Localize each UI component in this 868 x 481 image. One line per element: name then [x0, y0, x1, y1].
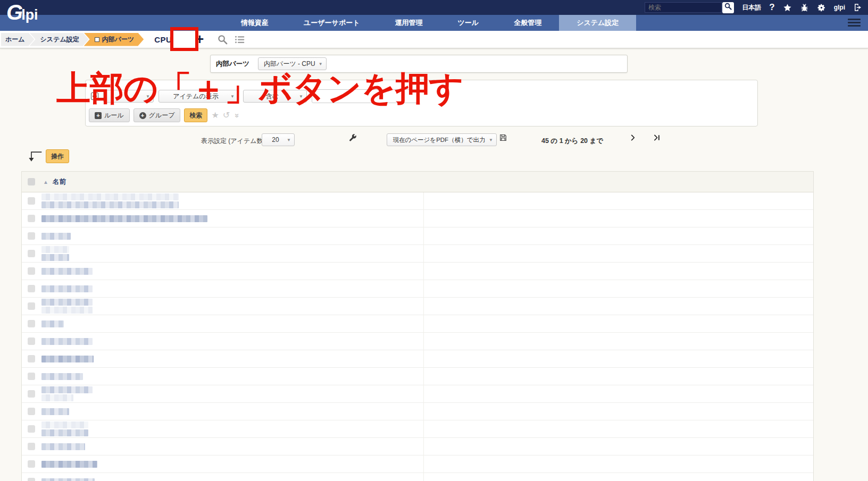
table-row — [22, 403, 813, 420]
chevron-down-icon: ▼ — [489, 138, 493, 142]
breadcrumb-item[interactable]: システム設定 — [30, 33, 89, 46]
bug-report-icon[interactable] — [800, 3, 809, 12]
chevron-down-icon: ▼ — [299, 94, 303, 99]
column-header-name[interactable]: 名前 — [53, 178, 66, 187]
nav-item[interactable]: 運用管理 — [378, 15, 440, 31]
collapse-criteria-icon[interactable] — [91, 92, 98, 100]
search-form-panel: ▼ アイテムの表示 ▼ 含む ▼ + ルール + グループ 検索 ★ ↺ « — [85, 80, 758, 126]
type-selector-label: 内部パーツ — [216, 60, 249, 69]
row-checkbox[interactable] — [28, 460, 35, 468]
nav-item[interactable]: 全般管理 — [496, 15, 559, 31]
search-submit-button[interactable]: 検索 — [184, 108, 207, 122]
collapse-chevrons-icon[interactable]: « — [231, 113, 240, 117]
row-checkbox[interactable] — [28, 390, 35, 398]
save-export-icon[interactable] — [499, 133, 507, 144]
blurred-text — [41, 478, 95, 481]
criteria-value-input[interactable] — [312, 89, 418, 103]
select-all-checkbox[interactable] — [28, 178, 35, 185]
blurred-text — [41, 299, 93, 306]
favorite-star-icon[interactable]: ★ — [211, 111, 219, 120]
blurred-text — [41, 285, 93, 292]
blurred-text — [41, 268, 93, 275]
field-select[interactable]: アイテムの表示 ▼ — [158, 90, 238, 103]
undo-icon[interactable]: ↺ — [223, 111, 230, 120]
list-view-icon[interactable] — [234, 34, 245, 45]
field-select-value: アイテムの表示 — [173, 92, 218, 101]
row-checkbox[interactable] — [28, 478, 35, 481]
blurred-cell — [41, 215, 207, 222]
main-nav: 情報資産ユーザーサポート運用管理ツール全般管理システム設定 — [223, 15, 636, 31]
nav-item[interactable]: ユーザーサポート — [286, 15, 378, 31]
page-size-dropdown[interactable]: 20 ▼ — [262, 133, 295, 146]
last-page-button[interactable] — [653, 134, 661, 144]
table-row — [22, 192, 813, 210]
blurred-cell — [41, 299, 93, 314]
export-dropdown[interactable]: 現在のページをPDF（横）で出力 ▼ — [387, 133, 497, 146]
header-search-icon[interactable] — [218, 35, 228, 45]
username-label[interactable]: glpi — [834, 4, 845, 11]
nav-item[interactable]: システム設定 — [559, 15, 636, 31]
table-header: ▲ 名前 — [22, 172, 813, 192]
row-checkbox[interactable] — [28, 425, 35, 433]
topbar: 日本語 ? glpi — [0, 0, 868, 15]
help-icon[interactable]: ? — [769, 2, 774, 13]
row-checkbox[interactable] — [28, 320, 35, 327]
logic-operator-select[interactable]: ▼ — [103, 90, 154, 103]
breadcrumb-item[interactable]: ホーム — [1, 33, 35, 46]
add-button[interactable]: + — [188, 31, 211, 47]
row-checkbox[interactable] — [28, 267, 35, 275]
add-group-button[interactable]: + グループ — [133, 108, 181, 122]
table-row — [22, 438, 813, 455]
display-count-label: 表示設定 (アイテム数) — [201, 137, 265, 146]
blurred-cell — [41, 443, 85, 450]
breadcrumb-item[interactable]: 内部パーツ — [84, 33, 144, 46]
glpi-logo[interactable]: Glpi — [6, 1, 38, 24]
settings-gear-icon[interactable] — [817, 3, 826, 12]
logout-icon[interactable] — [853, 3, 863, 12]
blurred-text — [41, 320, 64, 327]
row-checkbox[interactable] — [28, 408, 35, 415]
export-dropdown-value: 現在のページをPDF（横）で出力 — [393, 136, 486, 144]
blurred-text — [41, 215, 207, 222]
main-nav-bar: 情報資産ユーザーサポート運用管理ツール全般管理システム設定 — [0, 15, 868, 31]
add-rule-button[interactable]: + ルール — [89, 108, 130, 122]
row-checkbox[interactable] — [28, 355, 35, 362]
type-selector-panel: 内部パーツ 内部パーツ - CPU ▼ — [210, 55, 628, 73]
type-selector-dropdown[interactable]: 内部パーツ - CPU ▼ — [258, 57, 327, 70]
blurred-text — [41, 421, 88, 428]
blurred-text — [41, 246, 69, 253]
row-checkbox[interactable] — [28, 337, 35, 345]
plus-icon: + — [139, 112, 146, 119]
actions-button[interactable]: 操作 — [46, 149, 69, 163]
nav-item[interactable]: 情報資産 — [223, 15, 286, 31]
row-checkbox[interactable] — [28, 215, 35, 222]
row-checkbox[interactable] — [28, 373, 35, 380]
operator-select-value: 含む — [266, 92, 279, 101]
table-row — [22, 455, 813, 473]
global-search-input[interactable] — [645, 2, 722, 13]
nav-item[interactable]: ツール — [440, 15, 497, 31]
next-page-button[interactable] — [629, 134, 637, 144]
row-checkbox[interactable] — [28, 443, 35, 450]
table-row — [22, 315, 813, 333]
blurred-text — [41, 193, 179, 200]
row-checkbox[interactable] — [28, 232, 35, 240]
row-checkbox[interactable] — [28, 197, 35, 205]
global-search-button[interactable] — [722, 2, 734, 13]
row-checkbox[interactable] — [28, 285, 35, 292]
hamburger-menu-icon[interactable] — [848, 19, 861, 28]
blurred-text — [41, 201, 179, 208]
operator-select[interactable]: 含む ▼ — [243, 90, 307, 103]
bookmark-star-icon[interactable] — [783, 3, 792, 12]
breadcrumb-item-label: システム設定 — [40, 33, 79, 46]
sort-asc-icon[interactable]: ▲ — [43, 179, 48, 185]
table-row — [22, 298, 813, 315]
blurred-cell — [41, 408, 69, 415]
wrench-icon[interactable] — [348, 134, 357, 145]
table-row — [22, 350, 813, 368]
breadcrumb-item-label: 内部パーツ — [102, 33, 135, 46]
language-selector[interactable]: 日本語 — [742, 3, 761, 12]
row-checkbox[interactable] — [28, 250, 35, 257]
row-checkbox[interactable] — [28, 302, 35, 310]
blurred-cell — [41, 320, 64, 327]
